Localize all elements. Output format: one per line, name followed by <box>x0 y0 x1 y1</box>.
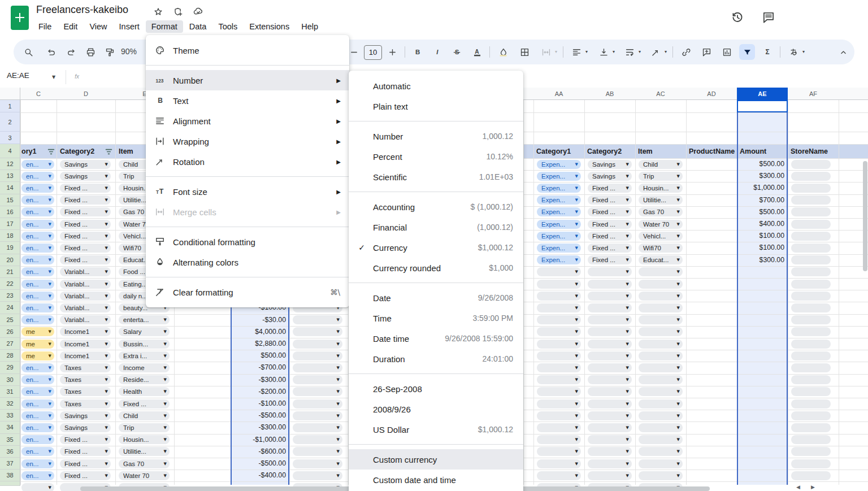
row-header-39[interactable] <box>0 481 20 486</box>
item-chip[interactable]: Housin...▼ <box>119 435 170 444</box>
sheets-logo-icon[interactable] <box>11 6 29 30</box>
category1-chip[interactable]: me▼ <box>21 327 54 336</box>
storename-chip[interactable] <box>791 375 831 384</box>
v-align-caret-icon[interactable]: ▾ <box>613 49 615 54</box>
number-format-option-date-time[interactable]: Date time9/26/2008 15:59:00 <box>349 328 523 349</box>
amount-cell[interactable]: $4,000.00 <box>232 326 286 338</box>
category2-chip[interactable]: ▼ <box>588 399 632 409</box>
item-chip[interactable]: Fixed ...▼ <box>119 399 170 409</box>
number-format-option-number[interactable]: Number1,000.12 <box>349 126 523 146</box>
amount-cell[interactable]: -$500.00 <box>232 410 286 422</box>
storename-chip[interactable] <box>791 340 831 349</box>
filter-header-item[interactable]: Item <box>119 144 144 158</box>
v-align-icon[interactable] <box>596 44 611 60</box>
column-header-AD[interactable]: AD <box>686 88 737 100</box>
storename-chip[interactable] <box>791 280 831 289</box>
category1-chip[interactable]: Expen...▼ <box>537 184 581 193</box>
number-format-option-scientific[interactable]: Scientific1.01E+03 <box>349 167 523 187</box>
comment-icon[interactable] <box>761 10 776 25</box>
category2-chip[interactable]: Income1▼ <box>60 327 111 336</box>
item-chip[interactable]: Child▼ <box>639 160 683 169</box>
storename-chip[interactable] <box>791 351 831 360</box>
column-header-C[interactable]: C <box>20 88 57 100</box>
category2-chip[interactable]: Savings▼ <box>60 160 111 169</box>
storename-chip[interactable]: ▼ <box>293 399 342 409</box>
category1-chip[interactable]: en...▼ <box>21 255 54 264</box>
amount-cell[interactable]: -$300.00 <box>232 374 286 386</box>
column-header-AA[interactable]: AA <box>533 88 584 100</box>
input-tools-icon[interactable] <box>785 44 801 60</box>
category1-chip[interactable]: en...▼ <box>21 172 54 181</box>
select-all-corner[interactable] <box>0 88 20 100</box>
menubar-item-data[interactable]: Data <box>184 20 212 33</box>
category2-chip[interactable]: Fixed ...▼ <box>60 255 111 264</box>
cloud-check-icon[interactable] <box>193 6 204 18</box>
storename-chip[interactable] <box>791 255 831 264</box>
category2-chip[interactable]: ▼ <box>588 459 632 468</box>
category2-chip[interactable]: Fixed ...▼ <box>60 184 111 193</box>
item-chip[interactable]: ▼ <box>639 447 683 456</box>
h-align-caret-icon[interactable]: ▾ <box>585 49 588 54</box>
amount-cell[interactable]: -$400.00 <box>232 470 286 481</box>
row-header-38[interactable]: 38 <box>0 470 20 481</box>
item-chip[interactable]: ▼ <box>639 387 683 396</box>
category2-chip[interactable]: Variabl...▼ <box>60 280 111 289</box>
insert-chart-icon[interactable] <box>719 44 735 60</box>
amount-cell[interactable]: $100.00 <box>739 230 784 242</box>
text-wrap-caret-icon[interactable]: ▾ <box>639 49 641 54</box>
font-size-input[interactable]: 10 <box>364 45 382 60</box>
category2-chip[interactable]: Fixed ...▼ <box>588 255 632 264</box>
category2-chip[interactable]: ▼ <box>588 280 632 289</box>
item-chip[interactable]: Bussin...▼ <box>119 340 170 349</box>
table-header-productname[interactable]: ProductName <box>689 144 735 158</box>
category2-chip[interactable]: ▼ <box>588 447 632 456</box>
amount-cell[interactable]: -$500.00 <box>232 458 286 470</box>
category1-chip[interactable]: en...▼ <box>21 280 54 289</box>
category1-chip[interactable]: ▼ <box>537 399 581 409</box>
text-rotate-caret-icon[interactable]: ▾ <box>665 49 667 54</box>
item-chip[interactable]: ▼ <box>639 459 683 468</box>
category2-chip[interactable]: Taxes▼ <box>60 387 111 396</box>
amount-cell[interactable]: -$700.00 <box>232 362 286 373</box>
table-header-storename[interactable]: StoreName <box>791 144 837 158</box>
storename-chip[interactable]: ▼ <box>293 459 342 468</box>
search-icon[interactable] <box>20 44 36 60</box>
row-header-35[interactable]: 35 <box>0 434 20 446</box>
storename-chip[interactable] <box>791 267 831 276</box>
menubar-item-extensions[interactable]: Extensions <box>244 20 295 33</box>
row-header-16[interactable]: 16 <box>0 206 20 218</box>
row-header-14[interactable]: 14 <box>0 182 20 194</box>
column-header-AF[interactable]: AF <box>788 88 839 100</box>
number-format-option-us-dollar[interactable]: US Dollar$1,000.12 <box>349 419 523 440</box>
amount-cell[interactable]: $500.00 <box>232 350 286 362</box>
number-format-option-automatic[interactable]: Automatic <box>349 76 523 96</box>
number-format-option-custom-currency[interactable]: Custom currency <box>349 449 523 470</box>
category2-chip[interactable]: Fixed ...▼ <box>60 459 111 468</box>
category1-chip[interactable]: en...▼ <box>21 220 54 229</box>
storename-chip[interactable]: ▼ <box>293 375 342 384</box>
category2-chip[interactable]: ▼ <box>588 435 632 444</box>
number-format-option-plain-text[interactable]: Plain text <box>349 96 523 116</box>
category1-chip[interactable]: Expen...▼ <box>537 160 581 169</box>
storename-chip[interactable] <box>791 220 831 229</box>
menubar-item-format[interactable]: Format <box>146 20 183 33</box>
category1-chip[interactable]: en...▼ <box>21 399 54 409</box>
category1-chip[interactable]: en...▼ <box>21 207 54 216</box>
row-header-18[interactable]: 18 <box>0 230 20 242</box>
storename-chip[interactable]: ▼ <box>293 351 342 360</box>
format-menu-item-wrapping[interactable]: Wrapping▶ <box>146 131 349 151</box>
category2-chip[interactable]: Fixed ...▼ <box>588 232 632 241</box>
storename-chip[interactable]: ▼ <box>293 471 342 480</box>
increase-font-icon[interactable] <box>384 44 400 60</box>
row-header-3[interactable]: 3 <box>0 132 20 144</box>
filter-icon[interactable] <box>739 44 755 60</box>
borders-icon[interactable] <box>517 44 532 60</box>
number-format-option-2008-9-26[interactable]: 2008/9/26 <box>349 399 523 419</box>
category1-chip[interactable]: en...▼ <box>21 375 54 384</box>
storename-chip[interactable] <box>791 423 831 432</box>
category2-chip[interactable]: Fixed ...▼ <box>588 195 632 205</box>
category2-chip[interactable]: Fixed ...▼ <box>588 220 632 229</box>
item-chip[interactable]: ▼ <box>639 315 683 324</box>
category1-chip[interactable]: ▼ <box>537 375 581 384</box>
row-header-20[interactable]: 20 <box>0 254 20 266</box>
